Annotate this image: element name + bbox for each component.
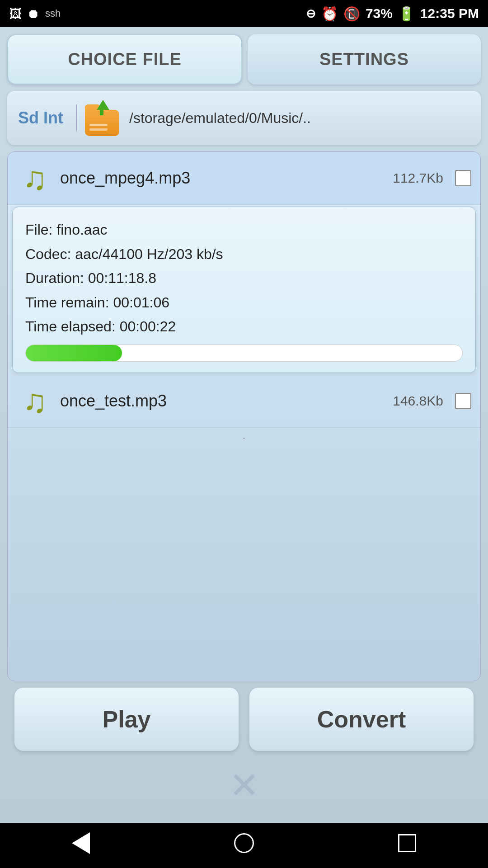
progress-file: File: fino.aac — [25, 221, 463, 240]
status-left-icons: 🖼 ⏺ ssh — [9, 6, 61, 21]
path-divider — [76, 104, 77, 132]
signal-icon: 📵 — [343, 6, 360, 22]
file-checkbox-2[interactable] — [455, 393, 471, 409]
settings-tab[interactable]: SETTINGS — [248, 34, 481, 85]
back-button[interactable] — [58, 828, 103, 863]
tab-bar: CHOICE FILE SETTINGS — [7, 34, 481, 85]
progress-card: File: fino.aac Codec: aac/44100 Hz/203 k… — [12, 207, 476, 373]
home-icon — [234, 833, 254, 853]
alarm-icon: ⏰ — [321, 6, 338, 22]
file-path-bar[interactable]: Sd Int /storage/emulated/0/Music/.. — [7, 91, 481, 145]
file-checkbox-1[interactable] — [455, 170, 471, 186]
status-right-info: ⊖ ⏰ 📵 73% 🔋 12:35 PM — [306, 6, 479, 22]
file-item-1[interactable]: ♫ once_mpeg4.mp3 112.7Kb — [8, 152, 480, 205]
file-item-2[interactable]: ♫ once_test.mp3 146.8Kb — [8, 375, 480, 428]
nav-bar — [0, 823, 488, 868]
file-list-area: ♫ once_mpeg4.mp3 112.7Kb File: fino.aac … — [7, 151, 481, 681]
ssh-icon: ssh — [45, 8, 61, 19]
music-note-icon-1: ♫ — [17, 162, 53, 194]
file-name-2: once_test.mp3 — [60, 392, 385, 410]
progress-time-elapsed: Time elapsed: 00:00:22 — [25, 317, 463, 336]
file-size-1: 112.7Kb — [393, 170, 443, 186]
battery-icon: 🔋 — [398, 6, 415, 22]
recent-button[interactable] — [385, 830, 430, 861]
progress-bar-track — [25, 344, 463, 362]
music-note-icon-2: ♫ — [17, 385, 53, 417]
bottom-decoration: ✕ — [7, 764, 481, 816]
progress-duration: Duration: 00:11:18.8 — [25, 269, 463, 288]
main-content: CHOICE FILE SETTINGS Sd Int /storage/emu… — [0, 27, 488, 823]
progress-codec: Codec: aac/44100 Hz/203 kb/s — [25, 245, 463, 264]
convert-button[interactable]: Convert — [249, 688, 474, 751]
back-icon — [72, 832, 90, 854]
photo-icon: 🖼 — [9, 6, 22, 21]
pagination-indicator: · — [8, 428, 480, 448]
bottom-buttons: Play Convert — [7, 688, 481, 758]
record-icon: ⏺ — [27, 6, 40, 21]
dnd-icon: ⊖ — [306, 7, 316, 21]
play-button[interactable]: Play — [14, 688, 239, 751]
progress-time-remain: Time remain: 00:01:06 — [25, 293, 463, 312]
sd-label: Sd Int — [18, 108, 68, 127]
file-path-text: /storage/emulated/0/Music/.. — [129, 110, 470, 127]
battery-text: 73% — [366, 6, 393, 21]
file-size-2: 146.8Kb — [393, 393, 443, 409]
file-name-1: once_mpeg4.mp3 — [60, 169, 385, 188]
status-bar: 🖼 ⏺ ssh ⊖ ⏰ 📵 73% 🔋 12:35 PM — [0, 0, 488, 27]
progress-bar-fill — [26, 345, 122, 361]
choice-file-tab[interactable]: CHOICE FILE — [7, 34, 242, 85]
home-button[interactable] — [221, 829, 267, 862]
folder-icon — [85, 100, 121, 136]
time-text: 12:35 PM — [420, 6, 479, 21]
recent-icon — [398, 834, 416, 852]
